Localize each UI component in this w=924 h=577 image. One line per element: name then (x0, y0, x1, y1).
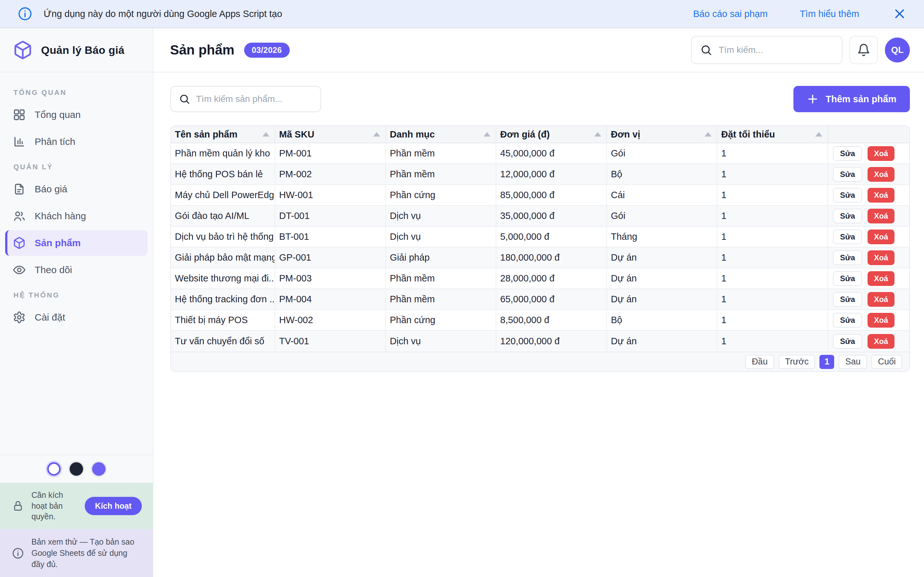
pagination-next-button[interactable]: Sau (838, 355, 867, 369)
pagination-last-button[interactable]: Cuối (871, 355, 902, 369)
edit-button[interactable]: Sửa (833, 146, 862, 161)
sidebar-item-khach-hang[interactable]: Khách hàng (5, 203, 148, 229)
sort-arrow-icon[interactable] (262, 132, 270, 137)
edit-button[interactable]: Sửa (833, 250, 862, 265)
cell-price: 8,500,000 đ (496, 310, 607, 330)
cell-category: Phần mềm (386, 289, 496, 309)
edit-button[interactable]: Sửa (833, 334, 862, 349)
sidebar-item-bao-gia[interactable]: Báo giá (5, 176, 148, 202)
cell-min: 1 (717, 289, 828, 309)
cell-unit: Bộ (607, 310, 717, 330)
edit-button[interactable]: Sửa (833, 167, 862, 182)
sort-arrow-icon[interactable] (373, 132, 380, 137)
cell-min: 1 (717, 143, 828, 163)
cell-category: Dịch vụ (386, 206, 496, 226)
page-title: Sản phẩm (170, 42, 234, 58)
cell-min: 1 (717, 310, 828, 330)
sidebar-item-cai-dat[interactable]: Cài đặt (5, 305, 148, 330)
sidebar-item-san-pham[interactable]: Sản phẩm (5, 230, 148, 256)
cell-min: 1 (717, 331, 828, 351)
license-banner: Cần kích hoạt bản quyền. Kích hoạt (0, 483, 153, 529)
sidebar-item-tong-quan[interactable]: Tổng quan (5, 102, 148, 127)
column-header-6[interactable]: Đặt tối thiểu (717, 126, 828, 143)
sort-arrow-icon[interactable] (594, 132, 601, 137)
cell-name: Máy chủ Dell PowerEdge (171, 185, 275, 205)
column-header-1[interactable]: Tên sản phẩm (171, 126, 275, 143)
sort-arrow-icon[interactable] (815, 132, 822, 137)
add-product-label: Thêm sản phẩm (825, 94, 897, 105)
delete-button[interactable]: Xoá (867, 271, 895, 286)
cell-min: 1 (717, 164, 828, 184)
column-header-label: Mã SKU (279, 129, 314, 140)
cell-unit: Dự án (607, 289, 717, 309)
table-row: Máy chủ Dell PowerEdgeHW-001Phần cứng85,… (171, 185, 909, 206)
cell-unit: Dự án (607, 268, 717, 288)
cell-price: 5,000,000 đ (496, 227, 607, 247)
delete-button[interactable]: Xoá (867, 229, 895, 244)
cell-category: Phần mềm (386, 268, 496, 288)
cell-price: 85,000,000 đ (496, 185, 607, 205)
cell-name: Website thương mại đi... (171, 268, 275, 288)
cell-price: 28,000,000 đ (496, 268, 607, 288)
delete-button[interactable]: Xoá (867, 209, 895, 223)
add-product-button[interactable]: Thêm sản phẩm (793, 86, 910, 112)
sidebar-item-label: Cài đặt (35, 312, 65, 323)
delete-button[interactable]: Xoá (867, 146, 895, 161)
users-icon (13, 210, 26, 222)
edit-button[interactable]: Sửa (833, 188, 862, 203)
activate-button[interactable]: Kích hoạt (85, 497, 142, 515)
cell-name: Gói đào tạo AI/ML (171, 206, 275, 226)
edit-button[interactable]: Sửa (833, 292, 862, 307)
cell-actions: SửaXoá (828, 247, 909, 268)
edit-button[interactable]: Sửa (833, 209, 862, 223)
edit-button[interactable]: Sửa (833, 313, 862, 327)
learn-more-link[interactable]: Tìm hiểu thêm (800, 9, 859, 19)
delete-button[interactable]: Xoá (867, 167, 895, 182)
global-search (691, 36, 843, 64)
delete-button[interactable]: Xoá (867, 188, 895, 203)
delete-button[interactable]: Xoá (867, 250, 895, 265)
table-row: Gói đào tạo AI/MLDT-001Dịch vụ35,000,000… (171, 206, 909, 227)
table-row: Phần mềm quản lý khoPM-001Phần mềm45,000… (171, 143, 909, 164)
cell-unit: Cái (607, 185, 717, 205)
edit-button[interactable]: Sửa (833, 229, 862, 244)
sidebar: Quản lý Báo giá Tổng quanTổng quanPhân t… (0, 28, 153, 577)
product-search-input[interactable] (196, 94, 313, 104)
gear-icon (13, 311, 26, 324)
close-icon[interactable] (893, 7, 906, 20)
avatar[interactable]: QL (885, 37, 910, 63)
column-header-label: Đơn giá (đ) (500, 129, 549, 140)
theme-swatch-light[interactable] (47, 462, 61, 476)
column-header-label: Đặt tối thiểu (721, 129, 775, 140)
theme-swatch-dark[interactable] (69, 462, 83, 476)
grid-icon (13, 108, 26, 121)
sidebar-item-theo-doi[interactable]: Theo dõi (5, 257, 148, 283)
cell-sku: HW-001 (275, 185, 386, 205)
global-search-input[interactable] (719, 45, 834, 55)
column-header-5[interactable]: Đơn vị (607, 126, 717, 143)
banner-text: Ứng dụng này do một người dùng Google Ap… (44, 9, 282, 19)
delete-button[interactable]: Xoá (867, 313, 895, 327)
pagination-first-button[interactable]: Đầu (745, 355, 774, 369)
delete-button[interactable]: Xoá (867, 334, 895, 349)
table-row: Website thương mại đi...PM-003Phần mềm28… (171, 268, 909, 289)
pagination-current-page[interactable]: 1 (819, 355, 834, 369)
nav-section-label: Quản lý (13, 163, 139, 171)
cell-category: Phần cứng (386, 185, 496, 205)
column-header-2[interactable]: Mã SKU (275, 126, 386, 143)
sort-arrow-icon[interactable] (483, 132, 491, 137)
column-header-3[interactable]: Danh mục (386, 126, 496, 143)
column-header-4[interactable]: Đơn giá (đ) (496, 126, 607, 143)
cell-category: Dịch vụ (386, 331, 496, 351)
report-abuse-link[interactable]: Báo cáo sai phạm (693, 9, 768, 19)
sort-arrow-icon[interactable] (704, 132, 712, 137)
sidebar-item-phan-tich[interactable]: Phân tích (5, 129, 148, 155)
edit-button[interactable]: Sửa (833, 271, 862, 286)
theme-swatch-purple[interactable] (92, 462, 105, 476)
notifications-button[interactable] (850, 36, 878, 64)
cell-min: 1 (717, 227, 828, 247)
sidebar-item-label: Phân tích (35, 136, 75, 147)
pagination-prev-button[interactable]: Trước (779, 355, 815, 369)
delete-button[interactable]: Xoá (867, 292, 895, 307)
sidebar-bottom: Cần kích hoạt bản quyền. Kích hoạt Bản x… (0, 455, 153, 577)
